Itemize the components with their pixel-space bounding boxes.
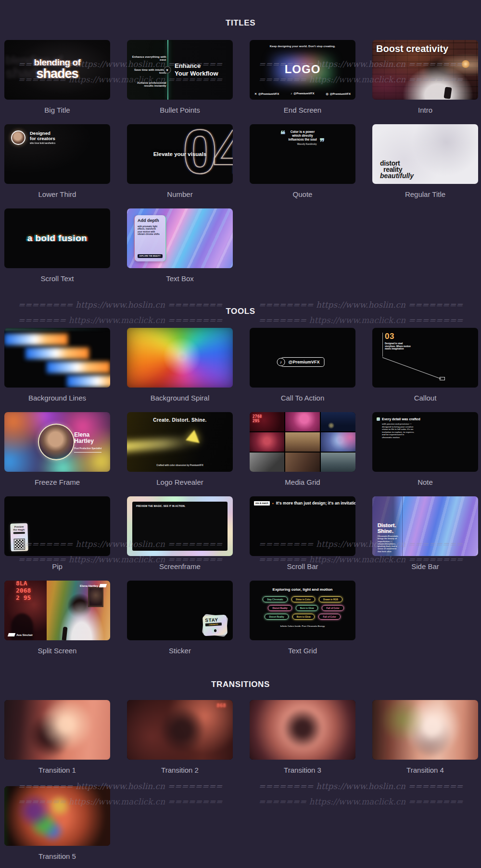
- thumb-sticker[interactable]: STAY CHROMATIC: [127, 581, 233, 640]
- card-body: with prismatic light effects, transform …: [138, 225, 161, 236]
- thumb-lower-third[interactable]: Designed for creators who love bold aest…: [4, 124, 110, 184]
- thumb-transition-5[interactable]: [4, 786, 110, 846]
- card-label: Screenframe: [127, 562, 233, 571]
- card-label: Intro: [372, 106, 478, 115]
- gradient-bar: [25, 348, 89, 359]
- heading-text: Create. Distort. Shine.: [127, 417, 233, 423]
- screen-text: PREVIEW THE MAGIC. SEE IT IN ACTION.: [136, 505, 185, 507]
- thumb-transition-3[interactable]: [250, 700, 355, 760]
- card-label: Media Grid: [250, 478, 355, 487]
- media-cell: [250, 453, 284, 472]
- template-card-end-screen: Keep designing your world. Don't stop cr…: [250, 40, 355, 115]
- template-card-transition-5: Transition 5: [4, 786, 110, 861]
- callout-text: Designed to steal storylines. Where moti…: [385, 342, 413, 350]
- card-label: Scroll Text: [4, 274, 110, 283]
- card-label: Number: [127, 190, 233, 199]
- card-label: End Screen: [250, 106, 355, 115]
- thumb-freeze-frame[interactable]: Elena Hartley Post Production Specialist: [4, 412, 110, 472]
- thumb-call-to-action[interactable]: ♪ @PremiumVFX: [250, 328, 355, 388]
- thumb-note[interactable]: Every detail was crafted with passion an…: [372, 412, 478, 472]
- pointer-endbox: [440, 377, 445, 380]
- thumb-end-screen[interactable]: Keep designing your world. Don't stop cr…: [250, 40, 355, 100]
- card-label: Background Lines: [4, 394, 110, 402]
- thumb-text-box[interactable]: Add depth with prismatic light effects, …: [127, 208, 233, 268]
- thumb-transition-1[interactable]: [4, 700, 110, 760]
- template-card-intro: Boost creativity Intro: [372, 40, 478, 115]
- social-handles: ✕@PremiumVFX ♪@PremiumVFX ◎@PremiumVFX: [250, 92, 355, 95]
- light-beam: [127, 436, 195, 452]
- thumb-background-lines[interactable]: [4, 328, 110, 388]
- thumb-split-screen[interactable]: 8LA 2068 2 95 Elena Hartley Ava Sinclair: [4, 581, 110, 640]
- card-heading: Add depth: [138, 219, 163, 223]
- card-label: Quote: [250, 190, 355, 199]
- heading-text: Enhance Your Workflow: [175, 62, 218, 78]
- pill: Distort Reality: [268, 605, 291, 611]
- thumb-pip[interactable]: Preview the magic: [4, 496, 110, 556]
- card-label: Transition 5: [4, 852, 110, 861]
- template-card-logo-revealer: Create. Distort. Shine. Crafted with col…: [127, 412, 233, 487]
- thumb-big-title[interactable]: blending of shades blending of shades: [4, 40, 110, 100]
- template-card-screenframe: PREVIEW THE MAGIC. SEE IT IN ACTION. Scr…: [127, 496, 233, 571]
- thumb-scroll-bar[interactable]: mix & match ✦ It's more than just design…: [250, 496, 355, 556]
- section-header-transitions: TRANSITIONS: [0, 680, 481, 689]
- card-label: Logo Revealer: [127, 478, 233, 487]
- pill: Full of Color: [318, 614, 340, 620]
- heart-icon: ♥: [164, 66, 171, 74]
- microphone-decoration: [443, 87, 452, 99]
- neon-digits: 8LA 2068 2 95: [16, 581, 31, 601]
- pill-rows: Stay Chromatic Shine in Color Drawn in R…: [261, 596, 343, 620]
- thumb-regular-title[interactable]: distort reality beautifully: [372, 124, 478, 184]
- media-cell: [250, 432, 284, 452]
- tiktok-icon: ♪: [291, 92, 292, 95]
- open-quote-icon: ❝: [280, 130, 286, 139]
- thumb-scroll-text[interactable]: a bold fusion: [4, 208, 110, 268]
- thumb-background-spiral[interactable]: [127, 328, 233, 388]
- cta-pill: ♪ @PremiumVFX: [281, 357, 325, 367]
- template-card-transition-1: Transition 1: [4, 700, 110, 775]
- thumb-logo-revealer[interactable]: Create. Distort. Shine. Crafted with col…: [127, 412, 233, 472]
- avatar: [11, 130, 25, 145]
- thumb-screenframe[interactable]: PREVIEW THE MAGIC. SEE IT IN ACTION.: [127, 496, 233, 556]
- thumb-text-grid[interactable]: Exploring color, light and motion Stay C…: [250, 581, 355, 640]
- template-card-transition-3: Transition 3: [250, 700, 355, 775]
- wall-frame: [88, 587, 103, 607]
- name-tag-left: Ava Sinclair: [8, 633, 33, 636]
- qr-code: [14, 539, 25, 550]
- thumb-side-bar[interactable]: Distort. Shine. Chromatic Essentials bri…: [372, 496, 478, 556]
- card-label: Lower Third: [4, 190, 110, 199]
- template-card-number: 04 Elevate your visuals Number: [127, 124, 233, 199]
- template-card-background-lines: Background Lines: [4, 328, 110, 402]
- card-label: Pip: [4, 562, 110, 571]
- pill: Distort Reality: [265, 614, 288, 620]
- footer-text: Crafted with color obsession by PremiumV…: [127, 464, 233, 466]
- tiktok-icon: ♪: [277, 358, 285, 366]
- callout-line: [382, 333, 383, 357]
- thumb-callout[interactable]: 03 Designed to steal storylines. Where m…: [372, 328, 478, 388]
- media-cell: 2768 295: [250, 412, 284, 431]
- template-card-note: Every detail was crafted with passion an…: [372, 412, 478, 487]
- thumb-number[interactable]: 04 Elevate your visuals: [127, 124, 233, 184]
- thumb-transition-2[interactable]: 868: [127, 700, 233, 760]
- thumb-transition-4[interactable]: [372, 700, 478, 760]
- card-label: Scroll Bar: [250, 562, 355, 571]
- title-text: Boost creativity: [376, 43, 478, 54]
- thumb-quote[interactable]: ❝ Color is a power which directly influe…: [250, 124, 355, 184]
- sticker-stack: STAY CHROMATIC: [203, 615, 227, 635]
- thumb-bullet-points[interactable]: Enhance everything with ease Save time w…: [127, 40, 233, 100]
- divider-line: [402, 496, 403, 556]
- title-text: distort reality beautifully: [380, 160, 414, 179]
- pill: Drawn in RGB: [319, 596, 342, 602]
- heading-text: Distort. Shine.: [378, 522, 396, 534]
- pill: Full of Color: [322, 605, 343, 611]
- card-label: Text Box: [127, 274, 233, 283]
- highlight-ring: [38, 424, 75, 460]
- gradient-bar: [47, 362, 110, 373]
- thumb-media-grid[interactable]: 2768 295: [250, 412, 355, 472]
- card-label: Transition 4: [372, 766, 478, 775]
- thumb-intro[interactable]: Boost creativity: [372, 40, 478, 100]
- template-card-scroll-bar: mix & match ✦ It's more than just design…: [250, 496, 355, 571]
- card-label: Call To Action: [250, 394, 355, 402]
- template-card-transition-2: 868 Transition 2: [127, 700, 233, 775]
- media-cell: [285, 412, 320, 431]
- close-quote-icon: ❞: [319, 138, 325, 146]
